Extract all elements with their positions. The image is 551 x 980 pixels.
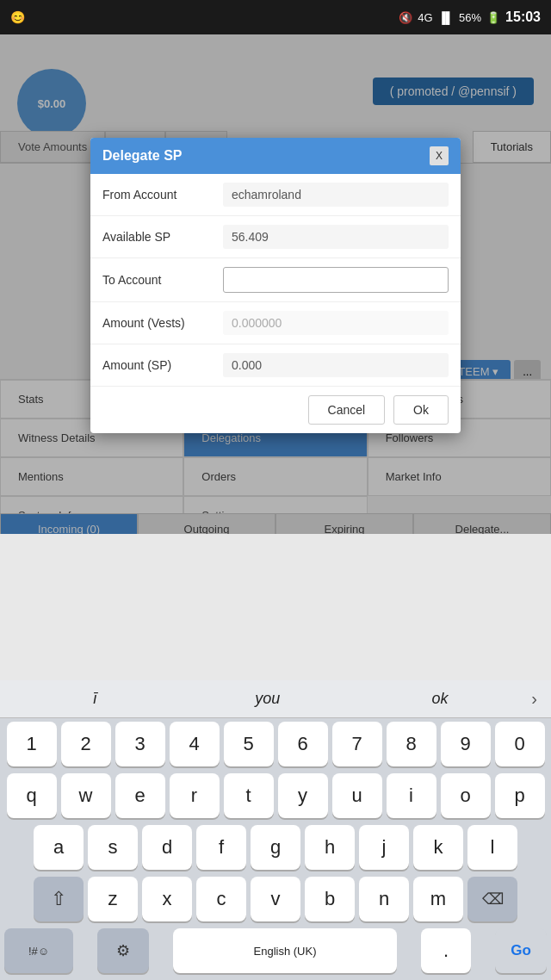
key-v[interactable]: v	[251, 877, 300, 921]
period-key[interactable]: .	[421, 928, 471, 973]
qwerty-row: q w e r t y u i o p	[0, 770, 551, 822]
shift-key[interactable]: ⇧	[34, 877, 84, 921]
amount-vests-row: Amount (Vests) 0.000000	[90, 302, 461, 344]
key-t[interactable]: t	[224, 773, 274, 818]
time-display: 15:03	[505, 9, 541, 25]
battery-label: 56%	[459, 11, 481, 24]
dialog-title-text: Delegate SP	[102, 148, 182, 164]
mute-icon: 🔇	[399, 11, 412, 24]
battery-icon: 🔋	[486, 11, 500, 24]
key-4[interactable]: 4	[170, 722, 220, 766]
dialog-close-button[interactable]: X	[430, 146, 449, 165]
key-g[interactable]: g	[251, 825, 300, 870]
key-s[interactable]: s	[88, 825, 138, 870]
key-z[interactable]: z	[88, 877, 138, 921]
key-0[interactable]: 0	[495, 722, 545, 766]
ok-button[interactable]: Ok	[393, 395, 449, 425]
backspace-key[interactable]: ⌫	[467, 877, 517, 921]
from-account-row: From Account echamroland	[90, 174, 461, 216]
key-2[interactable]: 2	[61, 722, 111, 766]
number-row: 1 2 3 4 5 6 7 8 9 0	[0, 718, 551, 770]
to-account-input[interactable]	[223, 267, 449, 293]
key-7[interactable]: 7	[332, 722, 382, 766]
key-k[interactable]: k	[413, 825, 463, 870]
dialog-footer: Cancel Ok	[90, 387, 461, 433]
available-sp-row: Available SP 56.409	[90, 216, 461, 258]
key-8[interactable]: 8	[387, 722, 436, 766]
delegate-sp-dialog: Delegate SP X From Account echamroland A…	[90, 138, 461, 433]
key-1[interactable]: 1	[7, 722, 57, 766]
from-account-label: From Account	[102, 188, 223, 202]
key-q[interactable]: q	[7, 773, 57, 818]
key-6[interactable]: 6	[278, 722, 328, 766]
key-j[interactable]: j	[359, 825, 409, 870]
key-w[interactable]: w	[61, 773, 111, 818]
available-sp-label: Available SP	[102, 230, 223, 244]
key-d[interactable]: d	[142, 825, 192, 870]
key-x[interactable]: x	[142, 877, 192, 921]
key-5[interactable]: 5	[224, 722, 274, 766]
suggestion-i[interactable]: ī	[9, 690, 181, 708]
status-left: 😊	[10, 10, 25, 24]
dialog-title-bar: Delegate SP X	[90, 138, 461, 174]
mic-settings-key[interactable]: ⚙	[97, 928, 149, 973]
go-key[interactable]: Go	[495, 928, 547, 973]
dialog-body: From Account echamroland Available SP 56…	[90, 174, 461, 387]
keyboard: ī you ok › 1 2 3 4 5 6 7 8 9 0 q w e r t…	[0, 680, 551, 980]
amount-vests-value: 0.000000	[223, 311, 449, 335]
key-9[interactable]: 9	[441, 722, 491, 766]
dialog-overlay: Delegate SP X From Account echamroland A…	[0, 34, 551, 534]
key-n[interactable]: n	[359, 877, 409, 921]
asdf-row: a s d f g h j k l	[0, 822, 551, 873]
symbols-key[interactable]: !#☺	[4, 928, 73, 973]
signal-bars: ▐▌	[438, 11, 454, 24]
key-a[interactable]: a	[34, 825, 84, 870]
app-background: $0.00 ( promoted / @pennsif ) Vote Amoun…	[0, 34, 551, 534]
key-o[interactable]: o	[441, 773, 491, 818]
suggestions-bar: ī you ok ›	[0, 680, 551, 718]
key-u[interactable]: u	[332, 773, 382, 818]
space-key[interactable]: English (UK)	[173, 928, 397, 973]
cancel-button[interactable]: Cancel	[308, 395, 386, 425]
signal-label: 4G	[418, 11, 432, 24]
bottom-row: !#☺ ⚙ English (UK) . Go	[0, 925, 551, 980]
key-l[interactable]: l	[467, 825, 517, 870]
key-r[interactable]: r	[170, 773, 220, 818]
key-y[interactable]: y	[278, 773, 328, 818]
suggestion-ok[interactable]: ok	[354, 690, 526, 708]
available-sp-value: 56.409	[223, 225, 449, 249]
amount-sp-value: 0.000	[223, 353, 449, 377]
amount-vests-label: Amount (Vests)	[102, 316, 223, 330]
from-account-value: echamroland	[223, 183, 449, 207]
key-3[interactable]: 3	[115, 722, 165, 766]
status-bar: 😊 🔇 4G ▐▌ 56% 🔋 15:03	[0, 0, 551, 34]
amount-sp-label: Amount (SP)	[102, 358, 223, 372]
amount-sp-row: Amount (SP) 0.000	[90, 344, 461, 387]
key-p[interactable]: p	[495, 773, 545, 818]
key-f[interactable]: f	[196, 825, 246, 870]
to-account-label: To Account	[102, 273, 223, 287]
key-m[interactable]: m	[413, 877, 463, 921]
key-e[interactable]: e	[115, 773, 165, 818]
to-account-row: To Account	[90, 258, 461, 302]
zxcv-row: ⇧ z x c v b n m ⌫	[0, 873, 551, 925]
key-h[interactable]: h	[305, 825, 355, 870]
suggestion-you[interactable]: you	[181, 690, 353, 708]
suggestions-arrow[interactable]: ›	[526, 689, 542, 709]
key-i[interactable]: i	[387, 773, 436, 818]
key-b[interactable]: b	[305, 877, 355, 921]
app-icon: 😊	[10, 10, 25, 24]
key-c[interactable]: c	[196, 877, 246, 921]
status-right: 🔇 4G ▐▌ 56% 🔋 15:03	[399, 9, 541, 25]
